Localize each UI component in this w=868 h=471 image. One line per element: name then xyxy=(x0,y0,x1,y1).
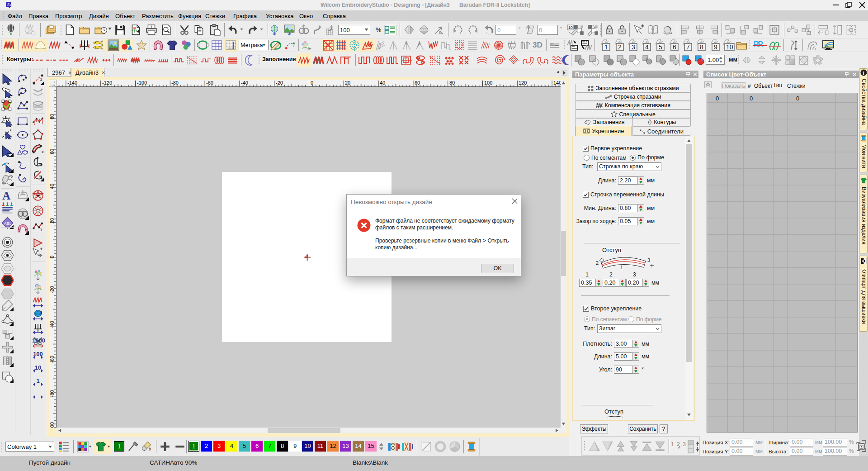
svg-text:1: 1 xyxy=(40,227,42,232)
svg-text:5: 5 xyxy=(659,43,662,51)
svg-text:7: 7 xyxy=(686,43,690,51)
svg-text:6: 6 xyxy=(673,43,676,51)
svg-text:9: 9 xyxy=(714,43,717,51)
svg-text:3: 3 xyxy=(647,257,650,263)
svg-text:1: 1 xyxy=(604,43,608,51)
svg-text:10: 10 xyxy=(726,43,733,51)
svg-text:3: 3 xyxy=(632,43,635,51)
svg-text:8: 8 xyxy=(700,43,703,51)
svg-text:2: 2 xyxy=(596,260,599,266)
svg-text:2: 2 xyxy=(618,43,622,51)
svg-text:A: A xyxy=(2,190,10,202)
svg-text:1: 1 xyxy=(620,265,623,270)
svg-text:Es: Es xyxy=(7,3,11,7)
svg-text:1: 1 xyxy=(40,76,42,81)
svg-text:4: 4 xyxy=(645,43,649,51)
svg-text:10: 10 xyxy=(568,25,573,30)
svg-text:i: i xyxy=(863,70,864,76)
svg-text:ABc: ABc xyxy=(4,221,12,226)
